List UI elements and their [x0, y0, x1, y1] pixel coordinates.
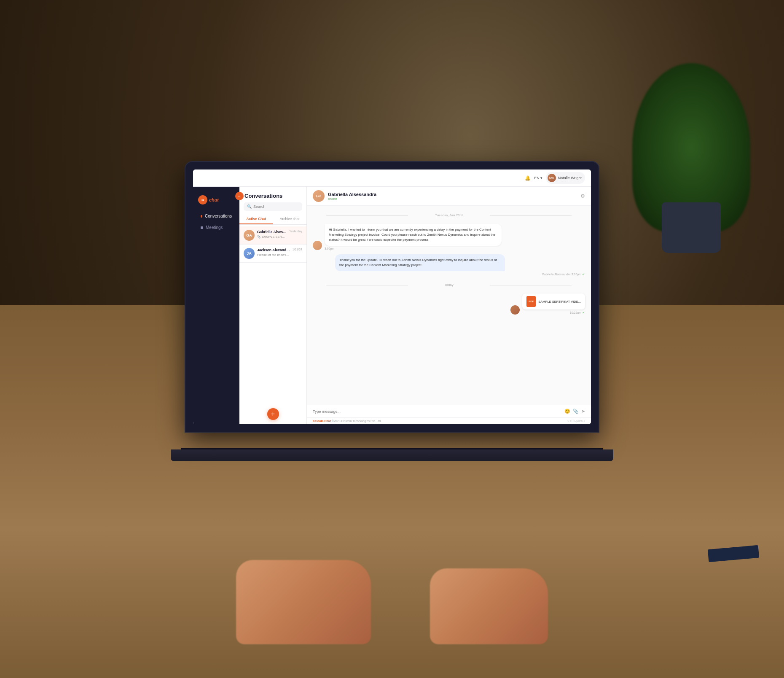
avatar-initials-jackson: JA	[244, 248, 255, 259]
conversation-tabs: Active Chat Archive chat	[239, 214, 306, 225]
hands-overlay	[202, 535, 582, 644]
conversation-list: GA Gabriella Alsessandra 📎 SAMPLE SERTIF…	[239, 226, 306, 404]
nav-active-indicator	[201, 215, 202, 218]
conversation-search-bar[interactable]: 🔍	[244, 202, 302, 211]
message-row-sent-1: Thank you for the update. I'll reach out…	[313, 254, 585, 276]
nav-inactive-indicator	[201, 226, 203, 229]
conv-time-jackson: 1/21/24	[293, 248, 302, 251]
footer-brand: Keloola Chat	[313, 420, 331, 422]
conversation-item-jackson[interactable]: JA Jackson Alexander Wo... Please let me…	[239, 245, 306, 263]
right-hand	[430, 568, 548, 644]
app-footer: Keloola Chat ©2023 Einstein Technologies…	[307, 417, 591, 424]
msg-wrapper-received-1: Hi Gabriella, I wanted to inform you tha…	[325, 224, 585, 250]
conversation-item-gabriella[interactable]: GA Gabriella Alsessandra 📎 SAMPLE SERTIF…	[239, 226, 306, 245]
tab-archive-chat[interactable]: Archive chat	[273, 214, 307, 224]
attachment-button[interactable]: 📎	[573, 409, 579, 414]
chat-messages: Tuesday, Jan 23rd Hi Gabriella, I wanted…	[307, 206, 591, 405]
avatar-initials-gabriella: GA	[244, 230, 255, 241]
sidebar-collapse-button[interactable]: ‹‹	[235, 192, 244, 200]
app-container: ∞ chat ‹‹ Conversations Meetings	[193, 187, 591, 424]
conversations-panel: Conversations 🔍 Active Chat Archive chat…	[239, 187, 307, 424]
pdf-file-icon: PDF	[526, 296, 536, 307]
laptop-screen-frame: 🔔 EN ▾ NW Natalie Wright	[185, 162, 599, 432]
conv-avatar-jackson: JA	[244, 248, 255, 259]
sidebar-meetings-label: Meetings	[206, 225, 223, 230]
language-selector[interactable]: EN ▾	[534, 176, 542, 180]
notification-bell-icon[interactable]: 🔔	[525, 175, 531, 181]
msg-bubble-received-1: Hi Gabriella, I wanted to inform you tha…	[325, 224, 502, 246]
conv-preview-gabriella: 📎 SAMPLE SERTIFIKAT VIDEO 3...	[257, 235, 287, 239]
send-button[interactable]: ➤	[581, 409, 585, 414]
lang-chevron-icon: ▾	[540, 176, 542, 180]
laptop-screen: 🔔 EN ▾ NW Natalie Wright	[193, 170, 591, 424]
date-divider-today: Today	[313, 283, 585, 287]
message-input[interactable]	[313, 409, 561, 414]
footer-copyright: ©2023 Einstein Technologies Pte. Ltd.	[332, 420, 381, 422]
conv-preview-jackson: Please let me know if there a...	[257, 253, 290, 257]
sidebar: ∞ chat ‹‹ Conversations Meetings	[193, 187, 239, 424]
pdf-attachment-bubble[interactable]: PDF SAMPLE SERTIFIKAT VIDE...	[522, 293, 585, 309]
attachment-time: 10:22am	[570, 311, 581, 314]
search-input[interactable]	[253, 204, 299, 209]
msg-sender-label: Gabriella Alsessandra 3:05pm	[542, 273, 581, 276]
tab-active-chat[interactable]: Active Chat	[239, 214, 273, 224]
user-initials: NW	[549, 177, 554, 180]
conversations-title: Conversations	[239, 187, 306, 202]
sidebar-item-conversations[interactable]: Conversations	[196, 211, 236, 221]
chat-header: GA Gabriella Alsessandra online ⚙	[307, 187, 591, 206]
pdf-filename: SAMPLE SERTIFIKAT VIDE...	[538, 300, 581, 304]
msg-meta-received-1: 3:05pm	[325, 247, 585, 250]
conv-avatar-gabriella: GA	[244, 230, 255, 241]
sidebar-nav: Conversations Meetings	[193, 211, 239, 232]
user-pill-avatar: NW	[548, 174, 556, 182]
sidebar-item-meetings[interactable]: Meetings	[196, 223, 236, 232]
plant-pot	[662, 202, 721, 253]
logo-text: chat	[209, 197, 219, 202]
message-row-attachment: PDF SAMPLE SERTIFIKAT VIDE... 10:22am ✓	[313, 293, 585, 315]
msg-text-received-1: Hi Gabriella, I wanted to inform you tha…	[329, 228, 495, 242]
chat-contact-info: Gabriella Alsessandra online	[328, 192, 376, 201]
msg-wrapper-sent-1: Thank you for the update. I'll reach out…	[335, 254, 585, 276]
conv-info-jackson: Jackson Alexander Wo... Please let me kn…	[257, 248, 290, 257]
msg-check-icon: ✓	[582, 272, 585, 276]
msg-text-sent-1: Thank you for the update. I'll reach out…	[339, 258, 497, 267]
date-divider-jan23: Tuesday, Jan 23rd	[313, 213, 585, 217]
chat-header-left: GA Gabriella Alsessandra online	[313, 190, 376, 202]
chat-area: GA Gabriella Alsessandra online ⚙ Tuesda…	[307, 187, 591, 424]
conv-info-gabriella: Gabriella Alsessandra 📎 SAMPLE SERTIFIKA…	[257, 230, 287, 239]
attachment-check-icon: ✓	[582, 311, 585, 315]
msg-bubble-sent-1: Thank you for the update. I'll reach out…	[335, 254, 505, 271]
msg-meta-sent-1: Gabriella Alsessandra 3:05pm ✓	[335, 272, 585, 276]
add-conversation-button[interactable]: +	[267, 408, 279, 420]
chat-settings-icon[interactable]: ⚙	[580, 193, 585, 199]
user-pill-name: Natalie Wright	[558, 176, 582, 180]
laptop-base	[171, 449, 613, 461]
conv-name-jackson: Jackson Alexander Wo...	[257, 248, 290, 252]
msg-wrapper-attachment: PDF SAMPLE SERTIFIKAT VIDE... 10:22am ✓	[522, 293, 585, 315]
sidebar-logo: ∞ chat	[193, 192, 239, 211]
chat-contact-avatar: GA	[313, 190, 325, 202]
msg-meta-attachment: 10:22am ✓	[522, 311, 585, 315]
chat-contact-name: Gabriella Alsessandra	[328, 192, 376, 197]
chat-input-area: 😊 📎 ➤	[307, 405, 591, 417]
sidebar-conversations-label: Conversations	[205, 214, 232, 218]
message-row-received-1: Hi Gabriella, I wanted to inform you tha…	[313, 224, 585, 250]
pdf-indicator: 📎	[257, 235, 261, 238]
app-version: v.T1.0-patch-1	[568, 420, 585, 422]
app-topbar: 🔔 EN ▾ NW Natalie Wright	[193, 170, 591, 187]
left-hand	[236, 560, 371, 644]
emoji-button[interactable]: 😊	[564, 409, 570, 414]
lang-code: EN	[534, 176, 540, 180]
user-menu-pill[interactable]: NW Natalie Wright	[546, 172, 585, 184]
laptop: 🔔 EN ▾ NW Natalie Wright	[160, 162, 624, 482]
search-icon: 🔍	[247, 204, 252, 209]
msg-avatar-received-1	[313, 241, 322, 250]
msg-avatar-sent-attachment	[510, 305, 520, 315]
input-actions: 😊 📎 ➤	[564, 409, 585, 414]
conv-time-gabriella: Yesterday	[289, 230, 302, 233]
chat-contact-status: online	[328, 197, 376, 201]
conv-name-gabriella: Gabriella Alsessandra	[257, 230, 287, 234]
logo-icon: ∞	[198, 195, 207, 204]
topbar-right: 🔔 EN ▾ NW Natalie Wright	[525, 172, 585, 184]
